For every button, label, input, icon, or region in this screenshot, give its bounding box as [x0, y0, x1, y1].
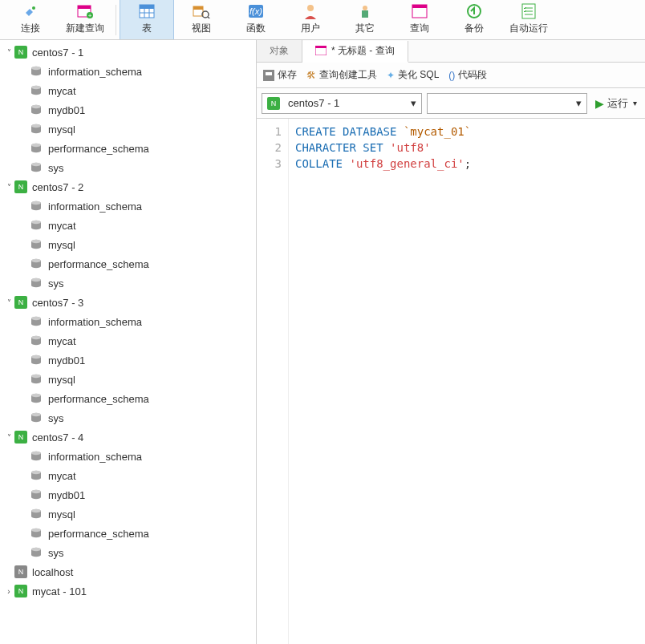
builder-label: 查询创建工具	[319, 68, 377, 82]
database-node[interactable]: mydb01	[0, 485, 256, 504]
new-query-label: 新建查询	[58, 22, 112, 35]
svg-point-52	[31, 375, 41, 378]
other-button[interactable]: 其它	[338, 0, 392, 39]
database-node[interactable]: mycat	[0, 466, 256, 485]
connection-tree[interactable]: ˅Ncentos7 - 1information_schemamycatmydb…	[0, 40, 257, 644]
svg-line-13	[208, 17, 210, 18]
view-icon	[174, 2, 229, 20]
tab-query[interactable]: * 无标题 - 查询	[302, 41, 408, 63]
svg-point-64	[31, 509, 41, 512]
view-label: 视图	[174, 22, 229, 35]
database-node[interactable]: mysql	[0, 235, 256, 254]
database-node[interactable]: sys	[0, 543, 256, 562]
database-select[interactable]: ▾	[427, 93, 587, 114]
new-query-button[interactable]: + 新建查询	[58, 0, 112, 39]
expand-arrow-icon[interactable]: ˅	[3, 298, 14, 307]
connection-node[interactable]: ˅Ncentos7 - 4	[0, 427, 256, 447]
backup-label: 备份	[447, 22, 501, 35]
svg-point-60	[31, 471, 41, 474]
database-icon	[29, 316, 43, 327]
connection-name: centos7 - 2	[32, 181, 83, 193]
database-icon	[29, 124, 43, 135]
query-button[interactable]: 查询	[392, 0, 447, 39]
view-button[interactable]: 视图	[174, 0, 229, 39]
tab-object[interactable]: 对象	[257, 40, 302, 62]
connection-node[interactable]: Nlocalhost	[0, 562, 256, 581]
beautify-button[interactable]: ✦ 美化 SQL	[387, 68, 439, 82]
database-node[interactable]: information_schema	[0, 196, 256, 216]
connection-node[interactable]: ˅Ncentos7 - 1	[0, 43, 256, 62]
connection-icon: N	[14, 180, 27, 193]
database-icon	[29, 239, 43, 250]
svg-rect-2	[78, 6, 91, 9]
database-node[interactable]: mysql	[0, 504, 256, 524]
expand-arrow-icon[interactable]: ˅	[3, 183, 14, 192]
svg-point-17	[363, 6, 367, 10]
expand-arrow-icon[interactable]: ˅	[3, 433, 14, 442]
svg-point-16	[307, 5, 314, 11]
database-name: sys	[48, 277, 64, 290]
database-icon	[29, 335, 43, 346]
database-name: sys	[48, 412, 64, 424]
database-name: mysql	[48, 374, 75, 386]
tab-object-label: 对象	[270, 44, 289, 58]
database-node[interactable]: mycat	[0, 331, 256, 350]
connection-name: mycat - 101	[32, 585, 87, 597]
plug-icon	[3, 2, 58, 20]
tab-query-label: * 无标题 - 查询	[331, 44, 395, 58]
connection-node[interactable]: ›Nmycat - 101	[0, 581, 256, 601]
database-node[interactable]: information_schema	[0, 447, 256, 466]
autorun-button[interactable]: 自动运行	[501, 0, 556, 39]
svg-rect-11	[193, 6, 203, 10]
code-area[interactable]: CREATE DATABASE `mycat_01` CHARACTER SET…	[289, 119, 477, 644]
user-button[interactable]: 用户	[283, 0, 338, 39]
expand-arrow-icon[interactable]: ›	[3, 587, 14, 596]
connect-button[interactable]: 连接	[3, 0, 58, 39]
database-name: performance_schema	[48, 143, 149, 155]
database-node[interactable]: mycat	[0, 81, 256, 100]
database-node[interactable]: mysql	[0, 370, 256, 389]
svg-rect-6	[140, 5, 154, 9]
main-panel: 对象 * 无标题 - 查询 保存 🛠 查询创建工具 ✦ 美化 SQL	[257, 40, 645, 644]
save-button[interactable]: 保存	[263, 68, 297, 82]
svg-point-34	[31, 163, 41, 166]
svg-point-44	[31, 278, 41, 281]
database-node[interactable]: performance_schema	[0, 254, 256, 273]
database-node[interactable]: mycat	[0, 216, 256, 235]
database-icon	[29, 374, 43, 385]
svg-text:f(x): f(x)	[249, 6, 262, 16]
database-node[interactable]: mydb01	[0, 350, 256, 370]
user-label: 用户	[283, 22, 338, 35]
svg-rect-18	[362, 10, 368, 18]
connection-select[interactable]: N centos7 - 1 ▾	[262, 93, 422, 114]
run-button[interactable]: ▶ 运行 ▾	[592, 96, 640, 111]
backup-button[interactable]: 备份	[447, 0, 501, 39]
line-number: 1	[257, 124, 282, 140]
connection-node[interactable]: ˅Ncentos7 - 3	[0, 293, 256, 312]
snippet-icon: ()	[448, 70, 455, 81]
database-node[interactable]: performance_schema	[0, 389, 256, 408]
query-icon	[392, 2, 447, 20]
play-icon: ▶	[595, 97, 604, 110]
database-node[interactable]: mydb01	[0, 100, 256, 119]
sql-editor[interactable]: 1 2 3 CREATE DATABASE `mycat_01` CHARACT…	[257, 119, 645, 644]
query-builder-button[interactable]: 🛠 查询创建工具	[306, 68, 377, 82]
database-node[interactable]: performance_schema	[0, 524, 256, 543]
database-node[interactable]: sys	[0, 408, 256, 427]
database-icon	[29, 412, 43, 423]
connection-node[interactable]: ˅Ncentos7 - 2	[0, 177, 256, 196]
svg-point-58	[31, 452, 41, 455]
table-button[interactable]: 表	[120, 0, 174, 39]
database-node[interactable]: performance_schema	[0, 139, 256, 158]
database-node[interactable]: mysql	[0, 119, 256, 139]
snippet-button[interactable]: () 代码段	[448, 68, 487, 82]
function-button[interactable]: f(x) 函数	[229, 0, 283, 39]
function-icon: f(x)	[229, 2, 283, 20]
database-node[interactable]: sys	[0, 273, 256, 293]
svg-rect-20	[412, 5, 427, 8]
database-node[interactable]: information_schema	[0, 62, 256, 81]
expand-arrow-icon[interactable]: ˅	[3, 48, 14, 57]
database-node[interactable]: information_schema	[0, 312, 256, 331]
database-name: mysql	[48, 239, 75, 251]
database-node[interactable]: sys	[0, 158, 256, 177]
